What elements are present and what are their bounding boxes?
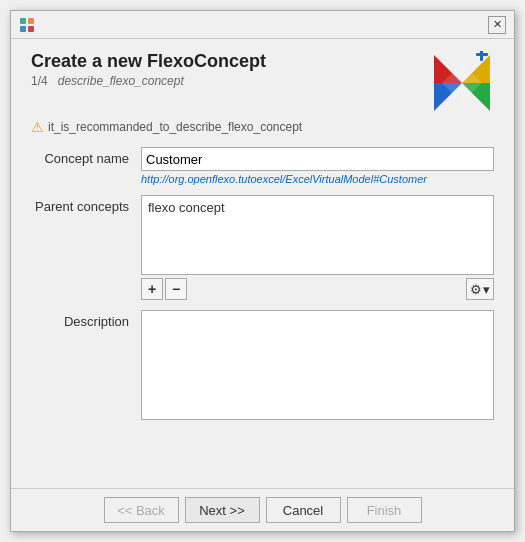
- step-number: 1/4: [31, 74, 48, 88]
- title-bar-left: [19, 17, 35, 33]
- header-section: Create a new FlexoConcept 1/4 describe_f…: [31, 51, 494, 115]
- gear-button[interactable]: ⚙▾: [466, 278, 494, 300]
- add-parent-button[interactable]: +: [141, 278, 163, 300]
- svg-rect-1: [28, 18, 34, 24]
- svg-rect-10: [480, 51, 483, 61]
- description-field: [141, 310, 494, 420]
- header-text: Create a new FlexoConcept 1/4 describe_f…: [31, 51, 430, 92]
- step-info: 1/4 describe_flexo_concept: [31, 74, 430, 88]
- concept-name-row: Concept name http://org.openflexo.tutoex…: [31, 147, 494, 185]
- dialog-icon: [19, 17, 35, 33]
- list-item: flexo concept: [144, 198, 491, 217]
- back-button[interactable]: << Back: [104, 497, 179, 523]
- logo-area: [430, 51, 494, 115]
- warning-icon: ⚠: [31, 119, 44, 135]
- chevron-down-icon: ▾: [483, 282, 490, 297]
- warning-row: ⚠ it_is_recommanded_to_describe_flexo_co…: [31, 119, 494, 135]
- parent-concepts-field: flexo concept + − ⚙▾: [141, 195, 494, 300]
- concept-name-input[interactable]: [141, 147, 494, 171]
- parent-concepts-list: flexo concept: [141, 195, 494, 275]
- form-area: Concept name http://org.openflexo.tutoex…: [31, 147, 494, 480]
- warning-text: it_is_recommanded_to_describe_flexo_conc…: [48, 120, 302, 134]
- finish-button[interactable]: Finish: [347, 497, 422, 523]
- button-bar: << Back Next >> Cancel Finish: [11, 488, 514, 531]
- description-row: Description: [31, 310, 494, 420]
- description-label: Description: [31, 310, 141, 329]
- svg-rect-2: [20, 26, 26, 32]
- concept-name-label: Concept name: [31, 147, 141, 166]
- list-controls-left: + −: [141, 278, 187, 300]
- svg-rect-3: [28, 26, 34, 32]
- dialog-title: Create a new FlexoConcept: [31, 51, 430, 72]
- create-flexo-concept-dialog: ✕ Create a new FlexoConcept 1/4 describe…: [10, 10, 515, 532]
- dialog-body: Create a new FlexoConcept 1/4 describe_f…: [11, 39, 514, 488]
- gear-icon: ⚙: [470, 282, 482, 297]
- list-controls: + − ⚙▾: [141, 278, 494, 300]
- step-name: describe_flexo_concept: [58, 74, 184, 88]
- remove-parent-button[interactable]: −: [165, 278, 187, 300]
- concept-name-field: http://org.openflexo.tutoexcel/ExcelVirt…: [141, 147, 494, 185]
- next-button[interactable]: Next >>: [185, 497, 260, 523]
- cancel-button[interactable]: Cancel: [266, 497, 341, 523]
- svg-rect-0: [20, 18, 26, 24]
- parent-concepts-row: Parent concepts flexo concept + − ⚙▾: [31, 195, 494, 300]
- concept-url-hint: http://org.openflexo.tutoexcel/ExcelVirt…: [141, 173, 494, 185]
- description-input[interactable]: [141, 310, 494, 420]
- close-button[interactable]: ✕: [488, 16, 506, 34]
- title-bar: ✕: [11, 11, 514, 39]
- parent-concepts-label: Parent concepts: [31, 195, 141, 214]
